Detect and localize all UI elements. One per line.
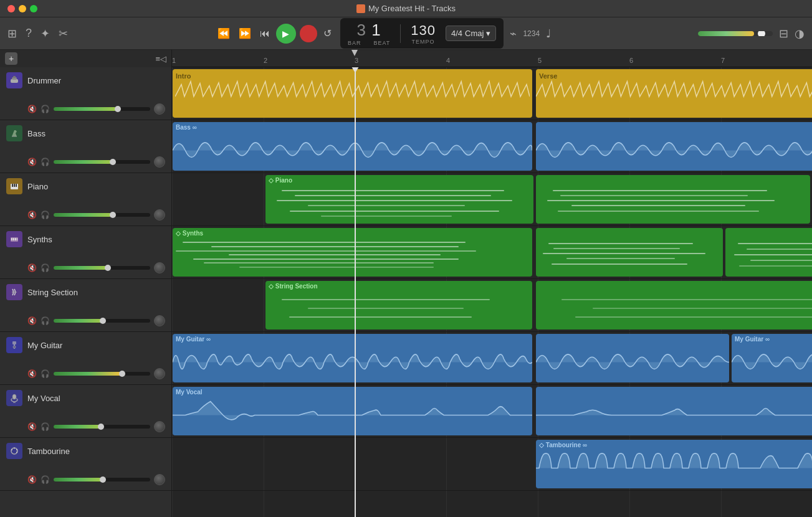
region-bass-1[interactable]: Bass ∞ xyxy=(173,122,532,171)
mute-icon-string-section[interactable]: 🔇 xyxy=(27,316,37,325)
close-button[interactable] xyxy=(7,5,15,12)
mute-icon-drummer[interactable]: 🔇 xyxy=(27,105,37,113)
region-drummer-intro[interactable]: Intro // We'll do inline CSS shapes inst… xyxy=(173,69,532,118)
mute-icon-piano[interactable]: 🔇 xyxy=(27,211,37,219)
track-name-drummer: Drummer xyxy=(27,76,61,85)
help-icon[interactable]: ? xyxy=(26,27,32,40)
svg-point-22 xyxy=(14,448,15,449)
track-item-my-vocal[interactable]: My Vocal 🔇 🎧 xyxy=(0,385,171,438)
region-guitar-2[interactable] xyxy=(536,334,729,382)
timeline-row-string-section[interactable]: ◇ String Section xyxy=(172,279,812,332)
tempo-value[interactable]: 130 xyxy=(411,22,436,39)
library-icon[interactable]: ⊞ xyxy=(7,27,17,40)
timeline-row-my-vocal[interactable]: My Vocal My V xyxy=(172,385,812,438)
headphone-icon-synths[interactable]: 🎧 xyxy=(41,263,50,272)
add-track-button[interactable]: + xyxy=(5,52,17,65)
mute-icon-bass[interactable]: 🔇 xyxy=(27,158,37,166)
track-item-my-guitar[interactable]: My Guitar 🔇 🎧 xyxy=(0,332,171,385)
region-piano-1[interactable]: ◇ Piano xyxy=(265,175,533,224)
timeline-row-synths[interactable]: ◇ Synths xyxy=(172,226,812,279)
play-button[interactable]: ▶ xyxy=(276,24,296,44)
track-pan-knob-drummer[interactable] xyxy=(154,103,165,115)
track-controls-piano: 🔇 🎧 xyxy=(27,209,165,221)
mute-icon-synths[interactable]: 🔇 xyxy=(27,263,37,272)
track-item-piano[interactable]: Piano 🔇 🎧 xyxy=(0,173,171,226)
region-synths-3[interactable] xyxy=(725,228,812,277)
headphone-icon-piano[interactable]: 🎧 xyxy=(41,211,50,219)
region-vocal-2[interactable] xyxy=(536,387,812,435)
timeline-row-piano[interactable]: ◇ Piano xyxy=(172,173,812,226)
headphone-icon-my-guitar[interactable]: 🎧 xyxy=(41,369,50,378)
timeline-row-bass[interactable]: Bass ∞ Bass ∞ xyxy=(172,120,812,173)
scissors-icon[interactable]: ✂ xyxy=(59,27,68,40)
timeline-row-tambourine[interactable]: ◇ Tambourine ∞ xyxy=(172,438,812,491)
track-pan-knob-tambourine[interactable] xyxy=(154,474,165,485)
headphone-icon-my-vocal[interactable]: 🎧 xyxy=(41,422,50,431)
minimize-button[interactable] xyxy=(19,5,26,12)
smart-controls-icon[interactable]: ✦ xyxy=(41,27,50,40)
record-button[interactable] xyxy=(300,25,317,42)
timeline-row-drummer[interactable]: Intro // We'll do inline CSS shapes inst… xyxy=(172,67,812,120)
track-pan-knob-bass[interactable] xyxy=(154,156,165,168)
region-guitar-1[interactable]: My Guitar ∞ xyxy=(173,334,532,382)
region-drummer-verse[interactable]: Verse xyxy=(536,69,812,118)
track-fader-drummer[interactable] xyxy=(54,107,150,111)
timeline-row-my-guitar[interactable]: My Guitar ∞ My Guitar ∞ xyxy=(172,332,812,385)
tune-icon[interactable]: ⌁ xyxy=(510,27,517,40)
metronome-icon[interactable]: ♩ xyxy=(546,27,551,40)
track-fader-synths[interactable] xyxy=(54,266,150,270)
rewind-button[interactable]: ⏪ xyxy=(215,26,232,40)
track-fader-my-guitar[interactable] xyxy=(54,372,150,376)
track-fader-string-section[interactable] xyxy=(54,319,150,323)
time-sig-display[interactable]: 4/4 Cmaj ▾ xyxy=(446,26,496,41)
track-name-tambourine: Tambourine xyxy=(27,447,70,456)
track-item-drummer[interactable]: Drummer 🔇 🎧 xyxy=(0,67,171,120)
mixer-icon[interactable]: ⊟ xyxy=(779,27,788,40)
region-guitar-3[interactable]: My Guitar ∞ xyxy=(732,334,812,382)
maximize-button[interactable] xyxy=(30,5,37,12)
region-synths-1[interactable]: ◇ Synths xyxy=(173,228,532,277)
smart-controls-right-icon[interactable]: ◑ xyxy=(795,27,805,40)
headphone-icon-tambourine[interactable]: 🎧 xyxy=(41,475,50,484)
smart-controls-toggle[interactable]: ≡◁ xyxy=(155,54,166,64)
track-controls-drummer: 🔇 🎧 xyxy=(27,103,165,115)
track-item-string-section[interactable]: String Section 🔇 🎧 xyxy=(0,279,171,332)
track-fader-bass[interactable] xyxy=(54,160,150,164)
track-top-bass: Bass xyxy=(6,125,165,141)
track-fader-my-vocal[interactable] xyxy=(54,425,150,429)
headphone-icon-drummer[interactable]: 🎧 xyxy=(41,105,50,113)
region-label-piano-1: ◇ Piano xyxy=(269,177,292,184)
track-pan-knob-synths[interactable] xyxy=(154,262,165,273)
mute-icon-tambourine[interactable]: 🔇 xyxy=(27,475,37,484)
master-volume-slider[interactable] xyxy=(698,31,773,36)
region-tambourine-1[interactable]: ◇ Tambourine ∞ xyxy=(536,440,812,488)
track-item-synths[interactable]: Synths 🔇 🎧 xyxy=(0,226,171,279)
toolbar-right: ⊟ ◑ xyxy=(698,27,805,40)
ruler-mark-6: 6 xyxy=(629,57,633,64)
region-synths-2[interactable] xyxy=(536,228,723,277)
track-pan-knob-piano[interactable] xyxy=(154,209,165,221)
track-fader-tambourine[interactable] xyxy=(54,478,150,481)
region-string-section-2[interactable] xyxy=(536,281,812,330)
track-pan-knob-string-section[interactable] xyxy=(154,315,165,326)
track-item-tambourine[interactable]: Tambourine 🔇 🎧 xyxy=(0,438,171,491)
region-bass-2[interactable] xyxy=(536,122,812,171)
track-fader-piano[interactable] xyxy=(54,213,150,217)
volume-bar xyxy=(698,31,773,36)
cycle-button[interactable]: ↺ xyxy=(321,26,334,40)
track-item-bass[interactable]: Bass 🔇 🎧 xyxy=(0,120,171,173)
region-string-section-1[interactable]: ◇ String Section xyxy=(265,281,532,330)
volume-knob[interactable] xyxy=(758,31,765,36)
toolbar-center: ⏪ ⏩ ⏮ ▶ ↺ 3 1 BAR BEAT 130 TEMPO xyxy=(78,18,688,49)
mute-icon-my-vocal[interactable]: 🔇 xyxy=(27,422,37,431)
titlebar-buttons[interactable] xyxy=(7,5,37,12)
headphone-icon-string-section[interactable]: 🎧 xyxy=(41,316,50,325)
region-vocal-1[interactable]: My Vocal xyxy=(173,387,532,435)
fast-forward-button[interactable]: ⏩ xyxy=(236,26,254,40)
region-piano-2[interactable] xyxy=(536,175,810,224)
mute-icon-my-guitar[interactable]: 🔇 xyxy=(27,369,37,378)
go-to-start-button[interactable]: ⏮ xyxy=(257,27,272,40)
track-pan-knob-my-guitar[interactable] xyxy=(154,368,165,379)
headphone-icon-bass[interactable]: 🎧 xyxy=(41,158,50,166)
track-pan-knob-my-vocal[interactable] xyxy=(154,421,165,432)
